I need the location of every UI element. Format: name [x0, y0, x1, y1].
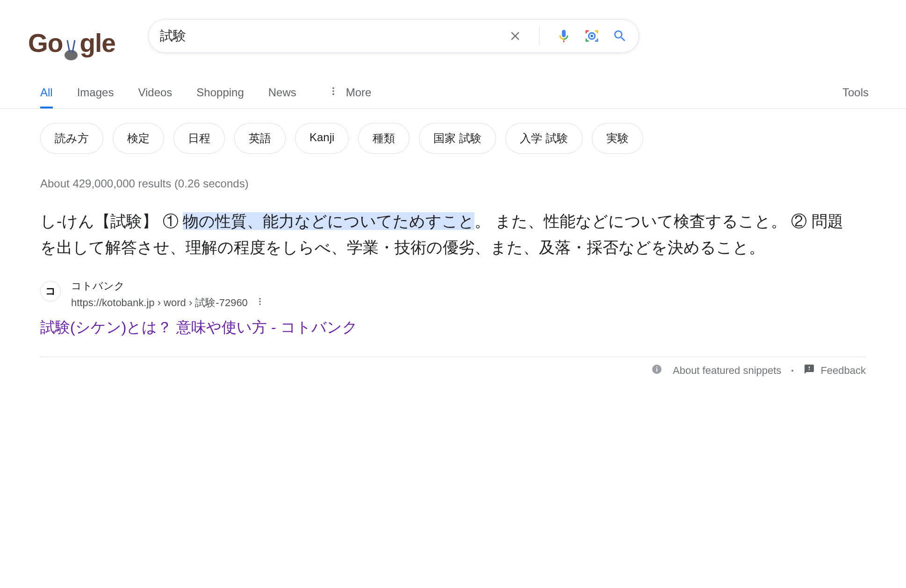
favicon-icon: コ: [40, 281, 61, 301]
tab-news[interactable]: News: [268, 86, 296, 108]
snippet-highlight: 物の性質、能力などについてためすこと: [183, 212, 475, 230]
svg-point-9: [259, 301, 260, 302]
chip[interactable]: 入学 試験: [505, 123, 582, 154]
site-name: コトバンク: [71, 279, 265, 293]
dot-separator: [791, 370, 793, 372]
search-bar: [148, 19, 639, 53]
feedback-button[interactable]: Feedback: [804, 364, 866, 378]
about-snippets-link[interactable]: About featured snippets: [673, 365, 781, 377]
featured-snippet: し‐けん【試験】 ① 物の性質、能力などについてためすこと。 また、性能などにつ…: [0, 190, 906, 260]
tab-shopping[interactable]: Shopping: [196, 86, 244, 108]
chip[interactable]: 種類: [358, 123, 410, 154]
chip[interactable]: 検定: [113, 123, 164, 154]
svg-rect-13: [656, 366, 657, 367]
tab-images[interactable]: Images: [77, 86, 114, 108]
tab-more[interactable]: More: [328, 86, 372, 108]
svg-point-5: [332, 87, 334, 89]
search-icon[interactable]: [612, 29, 627, 43]
feedback-icon: [804, 364, 815, 378]
chip[interactable]: 日程: [173, 123, 225, 154]
result-stats: About 429,000,000 results (0.26 seconds): [0, 154, 906, 190]
related-chips: 読み方 検定 日程 英語 Kanji 種類 国家 試験 入学 試験 実験: [0, 109, 906, 154]
result-cite: コ コトバンク https://kotobank.jp › word › 試験-…: [0, 260, 906, 310]
voice-search-icon[interactable]: [556, 29, 571, 43]
result-menu-icon[interactable]: [255, 297, 265, 309]
logo[interactable]: Gogle: [28, 28, 115, 58]
breadcrumb: https://kotobank.jp › word › 試験-72960: [71, 296, 248, 310]
more-dots-icon: [328, 86, 338, 99]
divider: [539, 27, 539, 45]
chip[interactable]: Kanji: [295, 123, 349, 154]
svg-point-10: [259, 303, 260, 305]
svg-rect-12: [656, 368, 657, 372]
search-tabs: All Images Videos Shopping News More Too…: [0, 86, 906, 109]
svg-point-4: [590, 35, 593, 37]
chip[interactable]: 英語: [234, 123, 286, 154]
snippet-prefix: し‐けん【試験】 ①: [40, 212, 183, 230]
search-input[interactable]: [160, 29, 508, 43]
feedback-label: Feedback: [820, 365, 866, 377]
info-icon: [651, 364, 662, 378]
clear-icon[interactable]: [508, 29, 522, 43]
snippet-footer: About featured snippets Feedback: [40, 357, 866, 378]
svg-point-7: [332, 93, 334, 95]
svg-point-0: [65, 50, 78, 60]
tab-videos[interactable]: Videos: [138, 86, 172, 108]
chip[interactable]: 読み方: [40, 123, 103, 154]
svg-point-6: [332, 90, 334, 92]
chip[interactable]: 実験: [592, 123, 643, 154]
lens-camera-icon[interactable]: [584, 29, 599, 43]
tab-all[interactable]: All: [40, 86, 53, 108]
tab-more-label: More: [346, 86, 372, 99]
result-title-link[interactable]: 試験(シケン)とは？ 意味や使い方 - コトバンク: [0, 310, 906, 338]
chip[interactable]: 国家 試験: [419, 123, 496, 154]
tools-button[interactable]: Tools: [842, 86, 869, 108]
svg-point-8: [259, 298, 260, 300]
